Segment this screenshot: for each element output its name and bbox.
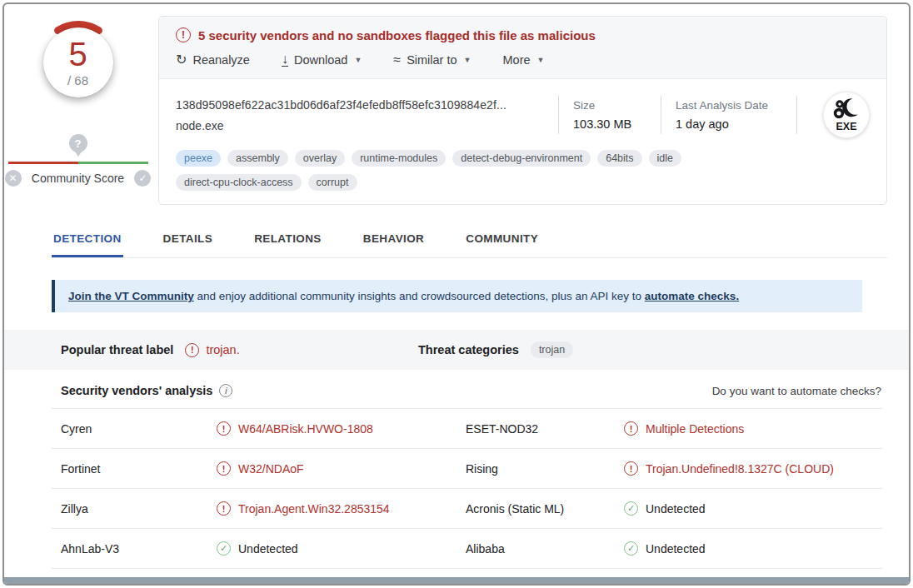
detection-result: ✓Undetected [217,541,298,556]
detection-result-text: Undetected [646,502,706,516]
file-tag[interactable]: direct-cpu-clock-access [176,174,302,191]
detection-score-gauge: 5 / 68 [35,19,122,106]
page: 5 / 68 ? ✕ Community Score ✓ ! 5 securit… [2,2,911,586]
security-vendors-analysis: Security vendors' analysis i Do you want… [52,370,882,569]
join-vt-community-link[interactable]: Join the VT Community [68,290,194,302]
chevron-down-icon: ▼ [537,56,545,64]
detection-result: !W32/NDAoF [217,461,304,476]
vendor-table: Cyren!W64/ABRisk.HVWO-1808ESET-NOD32!Mul… [52,409,882,569]
vendor-name: Fortinet [61,462,217,476]
dislike-x-icon[interactable]: ✕ [5,170,22,187]
file-hash[interactable]: 138d95098ef622ac31bd06d6af23f4efedb8ff58… [176,98,544,112]
detection-result-text: Undetected [238,542,298,556]
file-tag[interactable]: peexe [176,150,221,167]
alert-icon: ! [217,421,231,436]
table-row: Fortinet!W32/NDAoFRising!Trojan.Undefine… [52,449,882,489]
file-tags: peexeassemblyoverlayruntime-modulesdetec… [176,150,784,191]
exe-file-type-icon: EXE [823,92,870,138]
divider [661,96,661,134]
file-tag[interactable]: corrupt [308,174,357,191]
chevron-down-icon: ▼ [354,56,362,64]
tab-community[interactable]: COMMUNITY [464,222,540,257]
card-top: ! 5 security vendors and no sandboxes fl… [159,17,886,79]
vendor-cell: Rising!Trojan.Undefined!8.1327C (CLOUD) [466,461,882,476]
community-score-row: ✕ Community Score ✓ [5,170,152,187]
file-size: Size 103.30 MB [573,99,646,131]
last-analysis-label: Last Analysis Date [676,99,782,112]
file-names: 138d95098ef622ac31bd06d6af23f4efedb8ff58… [176,98,544,132]
score-circle: 5 / 68 [43,27,113,97]
chevron-down-icon: ▼ [464,56,471,64]
check-icon: ✓ [624,541,638,556]
alert-icon: ! [624,461,638,476]
community-score-bar [8,162,148,164]
detection-result: ✓Undetected [624,541,706,556]
tab-detection[interactable]: DETECTION [52,222,123,257]
threat-name: trojan. [206,343,239,356]
divider [558,96,559,134]
divider [796,96,797,134]
info-icon[interactable]: i [219,384,232,397]
vendor-cell: Zillya!Trojan.Agent.Win32.2853154 [61,501,466,516]
analysis-title: Security vendors' analysis [61,384,212,397]
threat-categories-chips: trojan [531,341,573,358]
file-header: 5 / 68 ? ✕ Community Score ✓ ! 5 securit… [4,4,909,205]
vendor-cell: Fortinet!W32/NDAoF [61,461,466,476]
alert-icon: ! [624,421,638,436]
detection-result: ✓Undetected [624,501,706,516]
popular-threat-label: Popular threat label ! trojan. [4,343,418,357]
vendor-name: ESET-NOD32 [466,422,624,436]
more-button[interactable]: More ▼ [502,53,544,67]
detection-result-text: W64/ABRisk.HVWO-1808 [238,422,373,436]
download-button[interactable]: ↓ Download ▼ [282,53,362,67]
download-icon: ↓ [282,53,288,67]
check-icon: ✓ [217,541,231,556]
card-bottom: 138d95098ef622ac31bd06d6af23f4efedb8ff58… [159,79,886,204]
vendor-cell: ESET-NOD32!Multiple Detections [466,421,882,436]
download-label: Download [294,53,348,67]
vt-community-banner: Join the VT Community and enjoy addition… [52,280,862,312]
detection-result-text: W32/NDAoF [238,462,304,476]
similar-to-label: Similar to [407,53,456,67]
reanalyze-icon: ↻ [176,53,187,67]
tab-behavior[interactable]: BEHAVIOR [362,222,426,257]
threat-label-row: Popular threat label ! trojan. Threat ca… [4,330,909,370]
last-analysis: Last Analysis Date 1 day ago [676,99,782,131]
community-score-label: Community Score [32,172,124,185]
table-row: Zillya!Trojan.Agent.Win32.2853154Acronis… [52,489,882,529]
file-tag[interactable]: idle [649,150,681,167]
table-row: AhnLab-V3✓UndetectedAlibaba✓Undetected [52,529,882,569]
alert-icon: ! [217,461,231,476]
similar-icon: ≈ [393,53,401,67]
toolbar: ↻ Reanalyze ↓ Download ▼ ≈ Similar to ▼ [176,53,870,67]
automate-checks-question[interactable]: Do you want to automate checks? [712,385,881,397]
vendor-cell: Acronis (Static ML)✓Undetected [466,501,882,516]
community-score-question-icon[interactable]: ? [69,134,87,152]
file-tag[interactable]: detect-debug-environment [452,150,591,167]
file-name: node.exe [176,119,544,132]
vendor-cell: Cyren!W64/ABRisk.HVWO-1808 [61,421,466,436]
tab-details[interactable]: DETAILS [162,222,215,257]
similar-to-button[interactable]: ≈ Similar to ▼ [393,53,471,67]
alert-icon: ! [176,27,191,42]
threat-category-chip[interactable]: trojan [531,341,573,358]
threat-categories: Threat categories trojan [418,341,573,358]
vendor-name: Cyren [61,422,217,436]
detection-result-text: Multiple Detections [646,422,744,436]
file-tag[interactable]: overlay [295,150,345,167]
tab-relations[interactable]: RELATIONS [252,222,323,257]
vendor-name: Zillya [61,502,217,516]
vendor-name: Acronis (Static ML) [466,502,624,516]
file-tag[interactable]: 64bits [597,150,641,167]
like-check-icon[interactable]: ✓ [134,170,151,187]
size-value: 103.30 MB [573,117,646,131]
file-tag[interactable]: runtime-modules [352,150,446,167]
vendor-cell: Alibaba✓Undetected [466,541,882,556]
automate-checks-link[interactable]: automate checks. [645,290,739,302]
reanalyze-button[interactable]: ↻ Reanalyze [176,53,250,67]
check-icon: ✓ [624,501,638,516]
banner-text: and enjoy additional community insights … [194,290,645,302]
detection-result: !Trojan.Undefined!8.1327C (CLOUD) [624,461,834,476]
file-tag[interactable]: assembly [227,150,288,167]
alert-icon: ! [185,343,199,357]
